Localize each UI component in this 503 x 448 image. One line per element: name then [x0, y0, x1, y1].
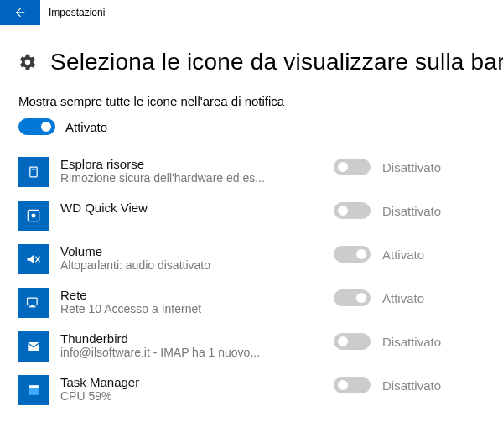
toggle-wdquickview[interactable]: [334, 202, 371, 219]
gear-icon: [18, 53, 37, 71]
thunderbird-icon: [18, 331, 49, 362]
item-text: Esplora risorseRimozione sicura dell'har…: [60, 157, 334, 185]
item-text: Thunderbirdinfo@ilsoftware.it - IMAP ha …: [60, 331, 334, 359]
item-title: Volume: [60, 244, 324, 258]
svg-rect-6: [28, 298, 38, 305]
item-title: Thunderbird: [60, 331, 324, 346]
item-subtitle: Rimozione sicura dell'hardware ed es...: [60, 171, 278, 185]
list-item-volume: VolumeAltoparlanti: audio disattivatoAtt…: [18, 237, 485, 281]
item-subtitle: CPU 59%: [60, 389, 278, 403]
icon-list: Esplora risorseRimozione sicura dell'har…: [18, 150, 485, 412]
item-text: Task ManagerCPU 59%: [60, 375, 334, 403]
item-toggle-col: Disattivato: [334, 375, 485, 393]
item-title: WD Quick View: [60, 201, 324, 215]
toggle-status: Disattivato: [382, 335, 441, 349]
wdquickview-icon: [18, 201, 49, 231]
svg-rect-9: [28, 342, 39, 351]
item-title: Rete: [60, 288, 324, 302]
toggle-volume[interactable]: [334, 246, 371, 263]
svg-rect-7: [31, 305, 34, 307]
master-toggle-label: Attivato: [65, 120, 107, 134]
master-toggle-row: Attivato: [18, 118, 485, 135]
list-item-wdquickview: WD Quick ViewDisattivato: [18, 194, 485, 237]
toggle-status: Disattivato: [382, 378, 441, 393]
item-title: Esplora risorse: [60, 157, 324, 171]
toggle-thunderbird[interactable]: [334, 333, 371, 350]
item-toggle-col: Attivato: [334, 244, 485, 263]
svg-rect-11: [29, 385, 39, 388]
titlebar: Impostazioni: [0, 0, 503, 25]
item-toggle-col: Disattivato: [334, 157, 485, 175]
item-text: VolumeAltoparlanti: audio disattivato: [60, 244, 334, 272]
item-subtitle: Rete 10 Accesso a Internet: [60, 302, 278, 315]
svg-rect-8: [29, 306, 35, 307]
list-item-network: ReteRete 10 Accesso a InternetAttivato: [18, 281, 485, 325]
window-title: Impostazioni: [49, 7, 105, 18]
list-item-thunderbird: Thunderbirdinfo@ilsoftware.it - IMAP ha …: [18, 325, 485, 368]
page-title: Seleziona le icone da visualizzare sulla…: [50, 49, 503, 76]
item-toggle-col: Disattivato: [334, 201, 485, 219]
item-toggle-col: Disattivato: [334, 331, 485, 350]
item-subtitle: info@ilsoftware.it - IMAP ha 1 nuovo...: [60, 346, 278, 359]
svg-point-3: [32, 214, 36, 218]
arrow-left-icon: [13, 6, 27, 19]
item-text: ReteRete 10 Accesso a Internet: [60, 288, 334, 315]
toggle-explorer[interactable]: [334, 159, 371, 175]
volume-icon: [18, 244, 49, 274]
content: Mostra sempre tutte le icone nell'area d…: [0, 82, 503, 415]
toggle-status: Attivato: [382, 247, 424, 262]
toggle-status: Disattivato: [382, 204, 441, 218]
toggle-taskmgr[interactable]: [334, 377, 371, 393]
svg-rect-1: [32, 169, 36, 170]
taskmgr-icon: [18, 375, 49, 405]
master-toggle[interactable]: [18, 118, 55, 135]
list-item-taskmgr: Task ManagerCPU 59%Disattivato: [18, 368, 485, 412]
subtitle: Mostra sempre tutte le icone nell'area d…: [18, 94, 485, 108]
item-subtitle: Altoparlanti: audio disattivato: [60, 258, 278, 272]
list-item-explorer: Esplora risorseRimozione sicura dell'har…: [18, 150, 485, 194]
item-title: Task Manager: [60, 375, 324, 389]
toggle-status: Disattivato: [382, 160, 441, 175]
toggle-status: Attivato: [382, 291, 424, 305]
network-icon: [18, 288, 49, 318]
toggle-network[interactable]: [334, 289, 371, 306]
item-text: WD Quick View: [60, 201, 334, 215]
back-button[interactable]: [0, 0, 40, 25]
item-toggle-col: Attivato: [334, 288, 485, 306]
page-header: Seleziona le icone da visualizzare sulla…: [0, 25, 503, 82]
explorer-icon: [18, 157, 49, 187]
